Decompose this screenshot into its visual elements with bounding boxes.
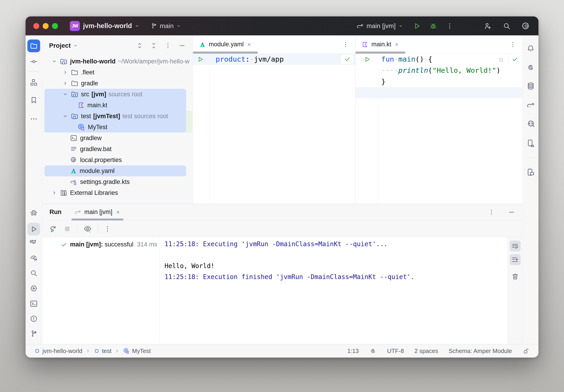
tool-code-inspection-button[interactable] <box>526 119 536 129</box>
lock-open-icon[interactable] <box>523 347 530 355</box>
breadcrumb-mytest[interactable]: MyTest <box>123 348 151 355</box>
tree-row-main-kt[interactable]: main.kt <box>42 100 193 111</box>
tree-row-gradlew-bat[interactable]: gradlew.bat <box>42 143 193 154</box>
tool-run-button[interactable] <box>28 223 40 236</box>
chevron-right-icon[interactable] <box>62 80 69 87</box>
expand-all-button[interactable] <box>136 42 143 49</box>
tool-gradle-button[interactable] <box>526 100 536 110</box>
tab-main-kt[interactable]: main.kt <box>356 35 405 53</box>
project-widget[interactable]: jvm-hello-world <box>83 22 140 30</box>
run-result-item[interactable]: main [jvm]: successful 314 ms <box>60 241 159 248</box>
show-options-eye-button[interactable] <box>83 224 92 233</box>
tool-services-button[interactable] <box>29 284 38 293</box>
rerun-button[interactable] <box>48 224 57 233</box>
tool-project-button[interactable] <box>28 40 40 52</box>
tool-database-button[interactable] <box>526 82 535 91</box>
tree-row-gradle[interactable]: gradle <box>42 78 193 89</box>
tree-row-test[interactable]: test [jvmTest] test sources root <box>42 111 193 122</box>
tool-device-manager-button[interactable] <box>526 139 536 148</box>
inspections-icon[interactable] <box>498 56 505 63</box>
minimize-window-button[interactable] <box>43 23 49 29</box>
tool-problems-button[interactable] <box>29 314 38 323</box>
tree-row-project-root[interactable]: jvm-hello-world ~/Work/amper/jvm-hello-w <box>42 56 193 67</box>
tree-row-module-yaml[interactable]: module.yaml <box>42 166 193 176</box>
tree-row-external-libraries[interactable]: External Libraries <box>42 187 193 198</box>
tool-version-control-button[interactable] <box>29 329 38 338</box>
code-line-caret[interactable] <box>356 87 523 98</box>
tool-commit-button[interactable] <box>29 57 38 66</box>
tree-row-settings-gradle-kts[interactable]: settings.gradle.kts <box>42 176 193 187</box>
indent-setting[interactable]: 2 spaces <box>414 348 438 355</box>
run-configuration-widget[interactable]: main [jvm] <box>356 22 403 30</box>
breadcrumb-module[interactable]: jvm-hello-world <box>34 348 82 355</box>
panel-options-button[interactable] <box>164 42 172 49</box>
chevron-right-icon[interactable] <box>51 189 58 196</box>
run-button[interactable] <box>413 22 421 30</box>
code-line[interactable]: product:·jvm/app <box>193 54 355 65</box>
more-actions-button[interactable] <box>446 22 454 30</box>
file-encoding[interactable]: UTF-8 <box>387 348 404 355</box>
close-window-button[interactable] <box>33 23 39 29</box>
schema-setting[interactable]: Schema: Amper Module <box>449 348 512 355</box>
clear-console-button[interactable] <box>510 271 521 282</box>
chevron-down-icon[interactable] <box>62 113 69 120</box>
tree-row-gradlew[interactable]: gradlew <box>42 133 193 143</box>
editor-options-button[interactable] <box>342 41 349 48</box>
code-line[interactable]: } <box>356 76 523 87</box>
more-options-button[interactable] <box>103 225 111 233</box>
run-tab-main-jvm[interactable]: main [jvm] <box>71 204 123 220</box>
run-console[interactable]: 11:25:18: Executing 'jvmRun -DmainClass=… <box>160 237 508 344</box>
branch-widget[interactable]: main <box>150 22 181 30</box>
hide-panel-button[interactable] <box>179 42 186 49</box>
chevron-right-icon[interactable] <box>62 69 69 76</box>
tree-row-local-properties[interactable]: local.properties <box>42 154 193 166</box>
tool-running-devices-button[interactable] <box>526 168 536 177</box>
editor-main-kt[interactable]: fun·main()·{ ····println("Hello, World!"… <box>356 54 523 204</box>
tool-android-profiler-button[interactable] <box>29 253 38 262</box>
tool-bookmarks-button[interactable] <box>29 96 38 104</box>
close-tab-icon[interactable] <box>247 42 252 47</box>
caret-position[interactable]: 1:13 <box>347 348 359 355</box>
tab-module-yaml[interactable]: module.yaml <box>193 35 258 53</box>
inspections-widget[interactable] <box>341 55 353 64</box>
settings-button[interactable] <box>522 21 531 30</box>
tool-notifications-button[interactable] <box>526 44 535 53</box>
tool-ai-assistant-button[interactable] <box>526 63 535 72</box>
amper-module-icon <box>69 167 77 175</box>
scroll-to-end-toggle[interactable] <box>510 254 521 265</box>
tool-terminal-button[interactable] <box>29 299 38 308</box>
tool-profiler-button[interactable] <box>29 209 38 218</box>
tool-structure-button[interactable] <box>29 78 38 87</box>
collapse-all-button[interactable] <box>150 42 157 49</box>
chevron-down-icon[interactable] <box>72 43 79 49</box>
run-tool-window: Run main [jvm] <box>42 204 523 344</box>
tree-row-src[interactable]: src [jvm] sources root <box>42 89 193 100</box>
chevron-down-icon[interactable] <box>51 58 58 65</box>
close-tab-icon[interactable] <box>394 42 399 47</box>
debug-button[interactable] <box>429 22 438 30</box>
soft-wrap-toggle[interactable] <box>510 240 521 252</box>
stop-button[interactable] <box>63 224 72 233</box>
zoom-window-button[interactable] <box>52 23 58 29</box>
run-main-gutter-icon[interactable] <box>363 56 371 63</box>
tool-logcat-button[interactable] <box>29 238 38 247</box>
panel-options-button[interactable] <box>488 209 495 216</box>
project-panel-title[interactable]: Project <box>49 42 71 49</box>
tree-row-mytest[interactable]: MyTest <box>42 122 193 133</box>
tool-find-button[interactable] <box>29 269 38 278</box>
code-with-me-button[interactable] <box>483 22 492 30</box>
close-tab-icon[interactable] <box>115 210 121 215</box>
editor-module-yaml[interactable]: product:·jvm/app <box>193 54 355 204</box>
inspections-widget[interactable] <box>498 56 518 63</box>
ai-assistant-status-icon[interactable] <box>369 347 377 355</box>
hide-panel-button[interactable] <box>508 209 515 216</box>
search-everywhere-button[interactable] <box>502 22 511 30</box>
run-line-gutter-icon[interactable] <box>196 56 204 63</box>
tree-row-fleet[interactable]: .fleet <box>42 67 193 78</box>
code-line[interactable]: ····println("Hello, World!") <box>356 65 523 76</box>
project-avatar[interactable]: JW <box>70 21 80 31</box>
more-tool-windows-button[interactable] <box>29 114 38 123</box>
editor-options-button[interactable] <box>509 41 517 48</box>
chevron-down-icon[interactable] <box>62 91 69 98</box>
breadcrumb-test[interactable]: test <box>94 348 111 355</box>
